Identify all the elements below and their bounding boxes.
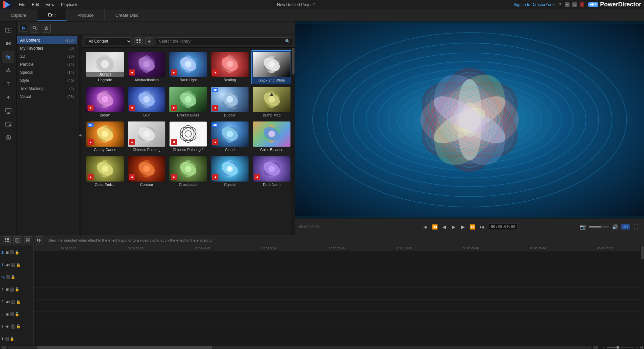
zoom-in-btn[interactable]: ＋ — [635, 345, 639, 349]
grid-view-btn[interactable] — [135, 37, 143, 45]
fx-item-candy[interactable]: 3D ■ Candy Canes — [85, 120, 125, 153]
fx-item-row4e[interactable]: ■ Dark Neon — [251, 155, 292, 188]
track-check-3a[interactable]: ✓ — [11, 325, 15, 329]
track-check-2a[interactable]: ✓ — [11, 300, 15, 304]
fx-item-abstractionism[interactable]: ■ Abstractionism — [126, 50, 167, 84]
fx-item-brokenglass[interactable]: ■ Broken Glass — [168, 86, 208, 119]
fx-item-backlight[interactable]: ■ Back Light — [168, 50, 208, 84]
tab-edit[interactable]: Edit — [37, 9, 66, 21]
timeline-scrollbar-right[interactable] — [640, 245, 644, 345]
fx-item-bloom[interactable]: ■ Bloom — [85, 86, 125, 119]
track-body-title-content[interactable] — [34, 336, 640, 345]
track-body-fx-content[interactable] — [34, 276, 640, 287]
track-body-1a-content[interactable] — [34, 263, 640, 275]
fx-item-row4b[interactable]: ■ Contour — [126, 155, 167, 188]
fx-item-blur[interactable]: ■ Blur — [126, 86, 167, 119]
panel-icon-audio[interactable] — [2, 91, 14, 103]
panel-icon-slideshow[interactable] — [2, 105, 14, 117]
tab-produce[interactable]: Produce — [67, 9, 105, 21]
track-lock-title[interactable]: 🔓 — [10, 337, 14, 341]
menu-edit[interactable]: Edit — [31, 2, 40, 8]
track-body-2v-content[interactable] — [34, 288, 640, 299]
panel-icon-media[interactable] — [2, 24, 14, 36]
timeline-snap-btn[interactable] — [13, 236, 21, 244]
3d-mode-btn[interactable]: 3D — [621, 224, 630, 230]
fx-item-colorbalance[interactable]: Color Balance — [251, 120, 292, 153]
play-btn[interactable]: ▶ — [450, 223, 458, 231]
grid-scrollbar[interactable] — [291, 48, 295, 235]
search-input[interactable] — [156, 37, 292, 45]
panel-icon-chroma[interactable] — [2, 132, 14, 144]
fx-item-bubble[interactable]: 3D ⚙⚙ ■ 3D Bubble — [210, 86, 250, 119]
track-lock-3v[interactable]: 🔓 — [15, 312, 19, 316]
volume-slider[interactable] — [589, 226, 609, 228]
timeline-scrollbar-track[interactable] — [8, 346, 592, 349]
next-frame-btn[interactable]: ▶ — [459, 223, 467, 231]
track-check-3v[interactable]: ✓ — [10, 312, 14, 316]
track-lock-1v[interactable]: 🔓 — [15, 250, 19, 255]
fx-item-cloud[interactable]: 3D ■ Cloud — [210, 120, 250, 153]
track-body-3a-content[interactable] — [34, 324, 640, 336]
fx-item-blackwhite[interactable]: Black and White — [251, 50, 292, 84]
maximize-button[interactable]: □ — [572, 2, 577, 7]
track-body-2a-content[interactable] — [34, 300, 640, 311]
track-body-3v-content[interactable] — [34, 312, 640, 323]
fx-item-row4d[interactable]: ■ Crystal — [210, 155, 250, 188]
step-back-btn[interactable]: ⏪ — [431, 223, 439, 231]
track-lock-3a[interactable]: 🔓 — [16, 324, 21, 329]
category-all[interactable]: All Content (108) — [17, 36, 77, 44]
track-check-2v[interactable]: ✓ — [10, 288, 14, 292]
zoom-handle[interactable] — [616, 346, 619, 349]
go-end-btn[interactable]: ⏭ — [478, 223, 486, 231]
download-btn[interactable] — [145, 37, 153, 45]
minimize-button[interactable]: ─ — [565, 2, 570, 7]
fx-item-row4c[interactable]: ■ Crosshatch — [168, 155, 208, 188]
help-icon[interactable]: ? — [559, 2, 561, 7]
zoom-out-btn[interactable]: － — [602, 345, 606, 349]
prev-frame-btn[interactable]: ◀ — [440, 223, 448, 231]
category-visual[interactable]: Visual (26) — [17, 93, 77, 101]
zoom-slider[interactable] — [607, 347, 634, 348]
snapshot-btn[interactable]: 📷 — [579, 223, 587, 231]
category-special[interactable]: Special (14) — [17, 68, 77, 77]
menu-view[interactable]: View — [44, 2, 56, 8]
track-check-1v[interactable]: ✓ — [10, 250, 14, 254]
menu-playback[interactable]: Playback — [60, 2, 79, 8]
track-check-1a[interactable]: ✓ — [11, 263, 15, 267]
menu-file[interactable]: File — [17, 2, 26, 8]
track-lock-2v[interactable]: 🔓 — [15, 287, 19, 292]
track-lock-1a[interactable]: 🔓 — [16, 263, 21, 267]
panel-icon-overlay[interactable] — [2, 64, 14, 77]
tab-capture[interactable]: Capture — [0, 9, 37, 21]
panel-icon-fx[interactable]: fx — [2, 51, 14, 63]
volume-btn[interactable]: 🔊 — [611, 223, 619, 231]
category-style[interactable]: Style (40) — [17, 77, 77, 85]
track-lock-2a[interactable]: 🔓 — [16, 300, 21, 304]
content-filter[interactable]: All Content — [85, 37, 132, 45]
close-button[interactable]: ✕ — [580, 2, 584, 7]
fx-item-bumpmap[interactable]: Bump Map — [251, 86, 292, 119]
fx-item-beating[interactable]: ■ Beating — [210, 50, 250, 84]
fullscreen-btn[interactable]: ⛶ — [632, 223, 640, 231]
tab-createdisc[interactable]: Create Disc — [105, 9, 149, 21]
step-fwd-btn[interactable]: ⏩ — [469, 223, 477, 231]
favorites-btn[interactable] — [42, 24, 51, 33]
fx-item-chinese2[interactable]: ■ Chinese Painting 2 — [168, 120, 208, 153]
panel-icon-transition[interactable] — [2, 38, 14, 50]
zoom-reset-btn[interactable]: ◀ — [640, 345, 643, 349]
track-check-title[interactable]: ✓ — [5, 337, 9, 341]
fx-item-chinese[interactable]: ■ Chinese Painting — [126, 120, 167, 153]
track-body-1v-content[interactable] — [34, 251, 640, 263]
timeline-audio-btn[interactable] — [24, 236, 32, 244]
category-particle[interactable]: Particle (24) — [17, 60, 77, 68]
sidebar-collapse-btn[interactable]: ◀ — [77, 35, 82, 235]
panel-icon-title[interactable]: T — [2, 78, 14, 90]
timeline-prev-btn[interactable] — [1, 346, 7, 349]
search-library-btn[interactable] — [31, 24, 39, 33]
category-textmasking[interactable]: Text Masking (4) — [17, 85, 77, 93]
category-3d[interactable]: 3D (20) — [17, 52, 77, 60]
search-icon[interactable]: 🔍 — [285, 39, 290, 44]
track-check-fx[interactable]: ✓ — [6, 275, 10, 279]
fx-item-row4a[interactable]: ■ Color Emb... — [85, 155, 125, 188]
track-lock-fx[interactable]: 🔓 — [11, 275, 15, 279]
